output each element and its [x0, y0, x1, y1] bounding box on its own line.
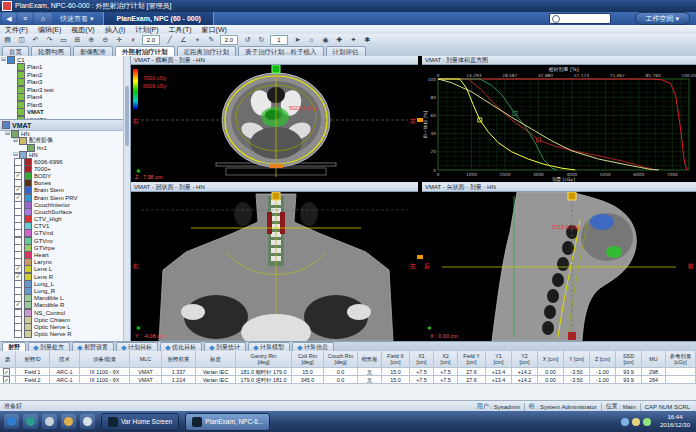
column-header[interactable]: Gantry Rtn [deg]	[236, 351, 292, 368]
sagittal-viewport[interactable]: 5018.9 cGy X : 0.00 cm 后 前 ✶	[422, 192, 696, 341]
refresh-icon[interactable]: ↻	[255, 34, 268, 46]
eye-icon[interactable]: ◉	[319, 34, 332, 46]
zoom-out-icon[interactable]: ⊖	[99, 34, 112, 46]
tab-轮廓勾画[interactable]: 轮廓勾画	[31, 46, 71, 56]
column-header[interactable]: X [cm]	[538, 351, 564, 368]
tab-首页[interactable]: 首页	[2, 46, 29, 56]
sidebar-scrollbar[interactable]	[123, 56, 130, 341]
slice-spacing-field[interactable]: 2.0	[142, 35, 160, 45]
save-icon[interactable]: ◫	[15, 34, 28, 46]
menu-icon[interactable]: ≡	[18, 13, 32, 24]
column-header[interactable]: 标度	[196, 351, 236, 368]
coronal-panel-header[interactable]: VMAT - 冠状面 - 剂量 - HN	[131, 183, 418, 192]
beam-icon[interactable]: ✦	[347, 34, 360, 46]
taskbar-button[interactable]: PlanExam, NPC-6...	[185, 413, 270, 431]
row-checkbox[interactable]: ✓	[0, 376, 16, 384]
taskbar-clock[interactable]: 16:44 2016/12/30	[660, 414, 690, 428]
column-header[interactable]: Y1 [cm]	[486, 351, 512, 368]
tab-影像配准[interactable]: 影像配准	[73, 46, 113, 56]
coronal-viewport[interactable]: Y : -4.08 cm 右 左 ✶	[131, 192, 418, 341]
axial-viewport[interactable]: 7000 cGy 6006 cGy 5023.8 cGy Z : 7.98 cm…	[131, 65, 418, 182]
crosshair-icon[interactable]: ⌖	[191, 34, 204, 46]
status-tray-icon[interactable]	[643, 418, 651, 426]
row-checkbox[interactable]: ✓	[0, 368, 16, 376]
column-header[interactable]: Z [cm]	[590, 351, 616, 368]
print-icon[interactable]: ▭	[57, 34, 70, 46]
column-header[interactable]: MLC	[130, 351, 162, 368]
document-icon[interactable]	[80, 414, 95, 429]
target-icon[interactable]: ✚	[333, 34, 346, 46]
home-icon[interactable]: ⌂	[34, 13, 52, 24]
quick-view-dropdown[interactable]: 快速查看 ▾	[60, 14, 93, 24]
title-bar[interactable]: PlanExam, NPC-60-000 : 外照射治疗计划 [管理员]	[0, 0, 696, 12]
volume-tray-icon[interactable]	[632, 418, 640, 426]
window-level-icon[interactable]: ◐	[127, 34, 140, 46]
sagittal-panel-header[interactable]: VMAT - 矢状面 - 剂量 - HN	[422, 183, 696, 192]
plan-content-item[interactable]: ⊟配准影像	[0, 137, 124, 144]
table-row[interactable]: ✓Field 1ARC-1IX 1100 - 6XVMAT1.337Varian…	[0, 368, 696, 376]
menu-窗[interactable]: 窗口(W)	[197, 25, 232, 35]
layout-grid-icon[interactable]: ⊞	[71, 34, 84, 46]
column-header[interactable]: 参考剂量 [cGy]	[666, 351, 696, 368]
reset-view-icon[interactable]: ↺	[241, 34, 254, 46]
column-header[interactable]: Field X [cm]	[382, 351, 410, 368]
search-input[interactable]	[549, 13, 611, 24]
zoom-in-icon[interactable]: ⊕	[85, 34, 98, 46]
search-icon[interactable]	[42, 414, 57, 429]
column-header[interactable]: MU	[642, 351, 666, 368]
tab-近距离治疗计划[interactable]: 近距离治疗计划	[177, 46, 237, 56]
column-header[interactable]: Field Y [cm]	[458, 351, 486, 368]
column-header[interactable]: Coll Rtn [deg]	[292, 351, 324, 368]
menu-计[interactable]: 计划(P)	[130, 25, 163, 35]
menu-工[interactable]: 工具(T)	[164, 25, 197, 35]
tab-计划评估[interactable]: 计划评估	[326, 46, 366, 56]
undo-icon[interactable]: ↶	[29, 34, 42, 46]
expander-icon[interactable]: ⊟	[4, 130, 11, 137]
dvh-panel-header[interactable]: VMAT : 剂量体积直方图	[422, 56, 696, 65]
info-icon[interactable]: ✱	[361, 34, 374, 46]
menu-视[interactable]: 视图(V)	[66, 25, 99, 35]
column-header[interactable]: 楔形板	[358, 351, 382, 368]
open-icon[interactable]: ▤	[1, 34, 14, 46]
column-header[interactable]: SSD [cm]	[616, 351, 642, 368]
browser-icon[interactable]	[4, 414, 19, 429]
workspace-dropdown[interactable]: 工作空间 ▾	[635, 12, 690, 25]
column-header[interactable]: 射野ID	[16, 351, 50, 368]
column-header[interactable]: Couch Rtn [deg]	[324, 351, 358, 368]
structure-checkbox[interactable]	[14, 330, 22, 338]
back-icon[interactable]: ◀	[2, 13, 16, 24]
network-globe-icon[interactable]	[23, 414, 38, 429]
axial-panel-header[interactable]: VMAT - 横断面 - 剂量 - HN	[131, 56, 418, 65]
checkbox-icon[interactable]: ✓	[3, 376, 10, 384]
column-header[interactable]: Y [cm]	[564, 351, 590, 368]
tab-质子治疗计划…粒子植入[interactable]: 质子治疗计划…粒子植入	[238, 46, 324, 56]
ruler-icon[interactable]: ╱	[163, 34, 176, 46]
table-row[interactable]: ✓Field 2ARC-1IX 1100 - 6XVMAT1.214Varian…	[0, 376, 696, 384]
column-header[interactable]: X1 [cm]	[410, 351, 434, 368]
menu-编[interactable]: 编辑(E)	[33, 25, 66, 35]
redo-icon[interactable]: ↷	[43, 34, 56, 46]
expander-icon[interactable]: ⊟	[12, 137, 19, 144]
slice-indicator-strip[interactable]	[418, 56, 422, 341]
tab-外照射治疗计划[interactable]: 外照射治疗计划	[115, 46, 175, 56]
expander-icon[interactable]: ⊟	[0, 56, 7, 63]
zoom-level-field[interactable]: 2.0	[220, 35, 238, 45]
column-header[interactable]: 技术	[50, 351, 80, 368]
folder-icon[interactable]	[61, 414, 76, 429]
column-header[interactable]: 选	[0, 351, 16, 368]
network-tray-icon[interactable]	[621, 418, 629, 426]
menu-文[interactable]: 文件(F)	[0, 25, 33, 35]
column-header[interactable]: X2 [cm]	[434, 351, 458, 368]
column-header[interactable]: 射野权重	[162, 351, 196, 368]
column-header[interactable]: Y2 [cm]	[512, 351, 538, 368]
checkbox-icon[interactable]: ✓	[3, 368, 10, 376]
document-tab[interactable]: PlanExam, NPC (60 - 000)	[103, 12, 213, 25]
protractor-icon[interactable]: ∠	[177, 34, 190, 46]
pencil-icon[interactable]: ✎	[205, 34, 218, 46]
pan-icon[interactable]: ✛	[113, 34, 126, 46]
line-width-field[interactable]: 1	[270, 35, 288, 45]
taskbar-button[interactable]: Var Home Screen	[101, 413, 179, 431]
dvh-viewport[interactable]: 相对剂量 [%]014.29328.58742.88057.17371.4678…	[422, 65, 696, 182]
dose-display-icon[interactable]: ☼	[305, 34, 318, 46]
menu-插[interactable]: 插入(I)	[100, 25, 131, 35]
